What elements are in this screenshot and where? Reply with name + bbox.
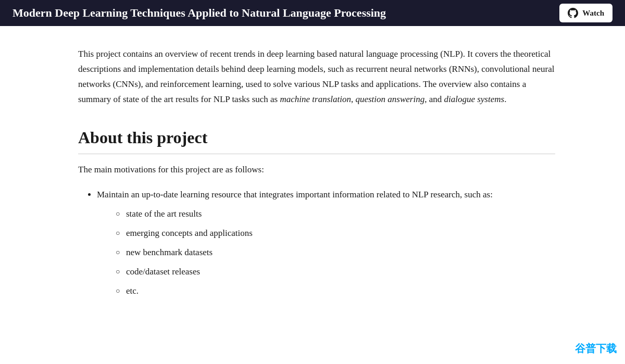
sub-item-1: state of the art results xyxy=(126,209,202,219)
list-item: Maintain an up-to-date learning resource… xyxy=(97,187,555,298)
watch-button-label: Watch xyxy=(582,9,604,18)
intro-paragraph: This project contains an overview of rec… xyxy=(78,47,555,107)
list-item: new benchmark datasets xyxy=(116,245,555,260)
sub-item-2: emerging concepts and applications xyxy=(126,228,253,238)
page-header: Modern Deep Learning Techniques Applied … xyxy=(0,0,625,26)
bullet1-text: Maintain an up-to-date learning resource… xyxy=(97,190,493,199)
sub-list: state of the art results emerging concep… xyxy=(97,207,555,298)
sub-item-4: code/dataset releases xyxy=(126,267,200,277)
motivations-list: Maintain an up-to-date learning resource… xyxy=(78,187,555,298)
italic-machine-translation: machine translation xyxy=(280,94,351,104)
list-item: code/dataset releases xyxy=(116,265,555,280)
list-item: state of the art results xyxy=(116,207,555,222)
github-icon xyxy=(568,8,578,18)
about-section: About this project The main motivations … xyxy=(78,128,555,299)
page-title: Modern Deep Learning Techniques Applied … xyxy=(12,0,559,26)
list-item: emerging concepts and applications xyxy=(116,226,555,241)
list-item: etc. xyxy=(116,284,555,299)
italic-question-answering: question answering xyxy=(355,94,424,104)
about-heading: About this project xyxy=(78,128,555,154)
main-content: This project contains an overview of rec… xyxy=(57,26,568,326)
sub-item-3: new benchmark datasets xyxy=(126,247,213,257)
about-intro: The main motivations for this project ar… xyxy=(78,162,555,178)
watch-button[interactable]: Watch xyxy=(559,4,612,22)
sub-item-5: etc. xyxy=(126,286,139,296)
italic-dialogue-systems: dialogue systems xyxy=(444,94,504,104)
watermark: 谷普下载 xyxy=(575,342,617,356)
